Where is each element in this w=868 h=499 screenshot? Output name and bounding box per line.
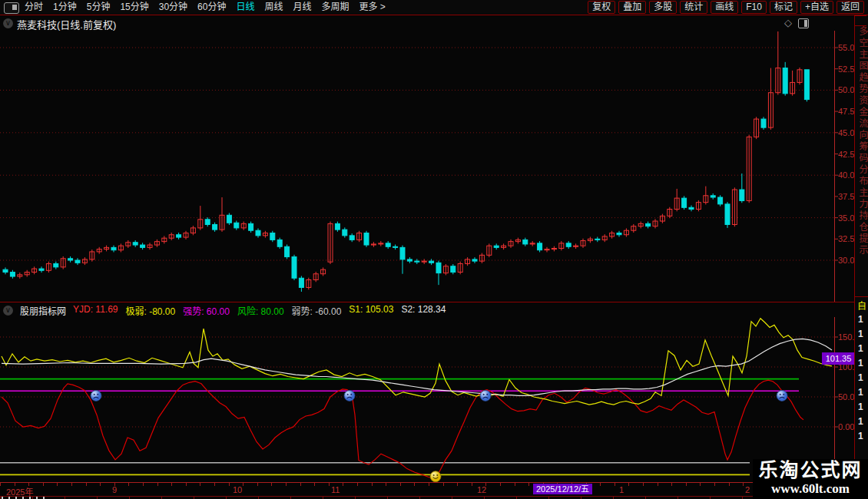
action-button[interactable]: 复权 [588, 1, 615, 14]
indicator-header: ∨ 股朋指标网 YJD: 11.69极弱: -80.00强势: 60.00风险:… [3, 304, 446, 316]
indicator-param: 风险: 80.00 [237, 304, 284, 317]
date-label: 11 [331, 485, 340, 494]
svg-text:45.00: 45.00 [838, 128, 855, 137]
svg-text:30.00: 30.00 [838, 256, 855, 265]
indicator-param: 弱势: -60.00 [292, 304, 342, 317]
svg-text:0.00: 0.00 [838, 422, 854, 431]
chevron-down-icon[interactable]: ∨ [3, 18, 13, 28]
period-menu-item[interactable]: 多周期 [322, 0, 350, 15]
date-label: 1 [619, 485, 624, 494]
period-menu-item[interactable]: 月线 [293, 0, 312, 15]
svg-text:50.00: 50.00 [838, 85, 855, 94]
action-button[interactable]: F10 [741, 1, 767, 14]
date-label: 10 [233, 485, 242, 494]
svg-text:42.50: 42.50 [838, 150, 855, 159]
date-axis[interactable]: 2025年910111212 2025/12/12/五 [0, 482, 855, 497]
panel-divider [0, 302, 855, 302]
candlestick-chart[interactable]: 55.0052.5050.0047.5045.0042.5040.0037.50… [0, 31, 855, 302]
sidebar-row: 1 [858, 342, 868, 356]
svg-text:55.00: 55.00 [838, 43, 855, 52]
selected-date-badge: 2025/12/12/五 [533, 484, 592, 494]
sidebar-row: 1 [858, 327, 868, 342]
sidebar-watchlist-header: 自 [855, 296, 868, 312]
svg-text:40.00: 40.00 [838, 170, 855, 180]
indicator-chart[interactable]: 150.00100.0050.000.00101.35 [0, 317, 855, 483]
sad-face-marker [480, 390, 491, 401]
sad-face-marker [777, 390, 787, 401]
action-button[interactable]: 画线 [711, 1, 738, 14]
top-toolbar: 分时1分钟5分钟15分钟30分钟60分钟日线周线月线多周期更多 > 复权叠加多股… [0, 0, 868, 15]
sidebar-row: 1 [858, 415, 868, 429]
sidebar-box [855, 15, 866, 26]
action-button[interactable]: 叠加 [618, 1, 646, 14]
period-menu: 分时1分钟5分钟15分钟30分钟60分钟日线周线月线多周期更多 > [25, 0, 386, 15]
indicator-param: 强势: 60.00 [183, 304, 230, 317]
period-menu-item[interactable]: 更多 > [359, 0, 386, 15]
indicator-param: S1: 105.03 [349, 304, 393, 317]
date-axis-ticks [0, 483, 836, 486]
indicator-name[interactable]: 股朋指标网 [20, 304, 66, 317]
sidebar-row: 1 [858, 385, 868, 400]
svg-text:35.00: 35.00 [838, 213, 855, 223]
watermark-url: www.60lt.com [753, 482, 868, 496]
date-label: 9 [112, 485, 117, 494]
period-menu-item[interactable]: 分时 [25, 0, 43, 15]
chevron-down-icon[interactable]: ∨ [3, 306, 13, 316]
period-menu-item[interactable]: 15分钟 [120, 0, 148, 15]
sad-face-marker [344, 390, 355, 401]
indicator-param: YJD: 11.69 [73, 304, 118, 317]
period-menu-item[interactable]: 30分钟 [159, 0, 187, 15]
period-menu-item[interactable]: 1分钟 [53, 0, 77, 15]
stock-title: 燕麦科技(日线.前复权) [17, 17, 116, 31]
svg-text:52.50: 52.50 [838, 64, 855, 74]
app-window: 分时1分钟5分钟15分钟30分钟60分钟日线周线月线多周期更多 > 复权叠加多股… [0, 0, 868, 499]
indicator-params: YJD: 11.69极弱: -80.00强势: 60.00风险: 80.00弱势… [73, 304, 446, 317]
period-menu-item[interactable]: 5分钟 [87, 0, 111, 15]
right-sidebar-cutoff[interactable]: 多空主图趋势资金流向筹码分布主力持仓提示 自 111111111 [854, 15, 868, 499]
sad-face-marker [91, 390, 101, 401]
bottom-statusbar-cutoff [0, 496, 855, 499]
period-menu-item[interactable]: 周线 [264, 0, 283, 15]
indicator-param: S2: 128.34 [401, 304, 446, 317]
action-button[interactable]: 统计 [680, 1, 707, 14]
action-button[interactable]: 返回 [837, 1, 864, 14]
action-menu: 复权叠加多股统计画线F10标记+自选返回 [588, 1, 864, 14]
diamond-icon[interactable]: ◇ [784, 17, 792, 28]
sidebar-vertical-text: 多空主图趋势资金流向筹码分布主力持仓提示 [856, 26, 868, 296]
svg-text:47.50: 47.50 [838, 107, 855, 116]
action-button[interactable]: 标记 [770, 1, 797, 14]
date-label: 2 [745, 485, 750, 494]
sidebar-row: 1 [858, 312, 868, 327]
period-menu-item[interactable]: 60分钟 [197, 0, 226, 15]
indicator-param: 极弱: -80.00 [126, 304, 176, 317]
sidebar-row: 1 [858, 400, 868, 415]
watermark-site-name: 乐淘公式网 [753, 459, 868, 482]
panel-toggle-icon[interactable] [798, 18, 809, 28]
sidebar-row: 1 [858, 371, 868, 385]
smiley-face-marker [430, 471, 441, 482]
svg-text:37.50: 37.50 [838, 192, 855, 201]
watermark: 乐淘公式网 www.60lt.com [753, 459, 868, 499]
sidebar-row: 1 [858, 429, 868, 444]
layout-toggle-icon[interactable] [4, 2, 19, 14]
date-label: 12 [477, 485, 486, 494]
sidebar-rows: 111111111 [855, 312, 868, 444]
period-menu-item[interactable]: 日线 [236, 0, 254, 15]
action-button[interactable]: +自选 [800, 1, 833, 14]
svg-text:50.00: 50.00 [838, 392, 855, 402]
chart-title-row: ∨ 燕麦科技(日线.前复权) ◇ [0, 15, 855, 31]
svg-text:150.00: 150.00 [838, 332, 855, 342]
svg-text:32.50: 32.50 [838, 234, 855, 243]
action-button[interactable]: 多股 [649, 1, 677, 14]
sidebar-row: 1 [858, 356, 868, 371]
svg-text:101.35: 101.35 [826, 354, 852, 363]
